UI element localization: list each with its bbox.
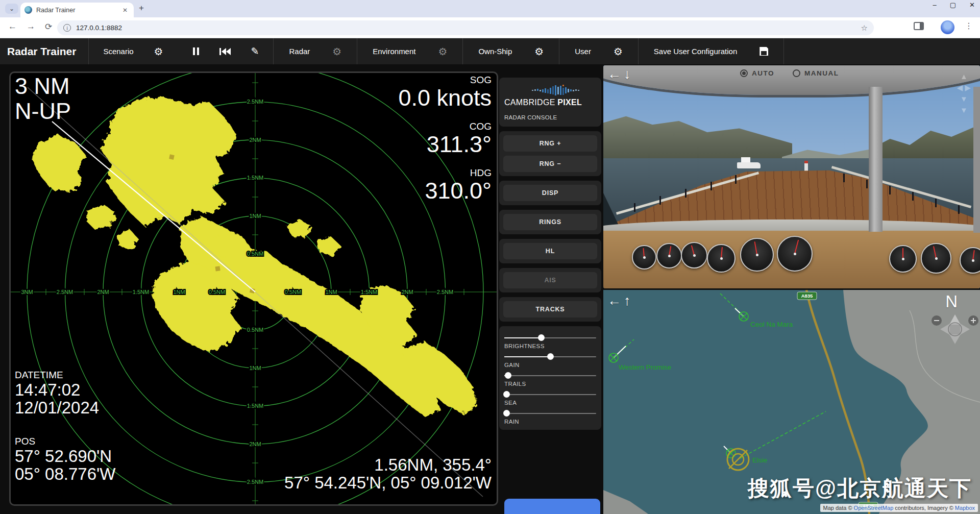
radar-settings-gear-icon[interactable]: ⚙ bbox=[332, 46, 341, 57]
user-menu-label: User bbox=[575, 47, 591, 56]
window-minimize-icon[interactable]: – bbox=[933, 1, 937, 9]
range-scale-readout: 3 NM N-UP bbox=[15, 74, 71, 124]
track-label: Elsie bbox=[752, 456, 767, 464]
brightness-slider[interactable] bbox=[504, 337, 596, 338]
trails-slider[interactable] bbox=[504, 375, 596, 376]
window-maximize-icon[interactable]: ▢ bbox=[950, 1, 956, 9]
svg-text:1NM: 1NM bbox=[325, 289, 337, 295]
reload-icon[interactable]: ⟳ bbox=[45, 21, 52, 32]
svg-text:1NM: 1NM bbox=[249, 365, 261, 371]
pause-button[interactable] bbox=[193, 47, 199, 55]
bookmark-star-icon[interactable]: ☆ bbox=[861, 23, 868, 33]
restart-button[interactable] bbox=[219, 48, 231, 55]
app-title: Radar Trainer bbox=[7, 45, 76, 58]
window-close-icon[interactable]: ✕ bbox=[969, 1, 975, 9]
partially-visible-button[interactable] bbox=[504, 499, 600, 514]
save-config-label[interactable]: Save User Configuration bbox=[654, 47, 737, 56]
cog-label: COG bbox=[398, 121, 492, 132]
forward-icon[interactable]: → bbox=[27, 21, 35, 32]
auto-mode-option[interactable]: AUTO bbox=[740, 69, 774, 77]
gauge bbox=[656, 243, 682, 268]
longitude-value: 05° 08.776'W bbox=[15, 465, 115, 483]
range-buttons-card: RNG + RNG − bbox=[499, 131, 601, 176]
rail-post bbox=[710, 182, 712, 190]
manual-mode-option[interactable]: MANUAL bbox=[793, 69, 839, 77]
sea-label: SEA bbox=[504, 400, 596, 406]
save-icon[interactable] bbox=[760, 47, 768, 56]
tab-favicon-icon bbox=[24, 6, 32, 14]
road-badge: A835 bbox=[797, 292, 817, 300]
date-value: 12/01/2024 bbox=[15, 399, 99, 417]
bridge-3d-view[interactable]: ← ↓ AUTO MANUAL ▲ ◀ ▶ ▼ ▼ bbox=[603, 65, 980, 288]
range-increase-button[interactable]: RNG + bbox=[503, 135, 597, 152]
ownship-settings-gear-icon[interactable]: ⚙ bbox=[534, 46, 544, 57]
camera-nav-controls[interactable]: ▲ ◀ ▶ ▼ ▼ bbox=[957, 72, 971, 114]
window-pillar bbox=[869, 87, 883, 232]
svg-text:A835: A835 bbox=[801, 293, 813, 299]
cam-up-icon[interactable]: ▲ bbox=[960, 72, 968, 80]
disp-card: DISP bbox=[499, 181, 601, 205]
cam-down2-icon[interactable]: ▼ bbox=[960, 106, 968, 114]
map-track-western-promise[interactable]: Western Promise bbox=[609, 339, 671, 371]
radar-ppi-display[interactable]: 3NM 2.5NM 2NM 1.5NM 1NM 0.5NM 0.5NM 1NM … bbox=[9, 71, 498, 506]
rail-post bbox=[735, 175, 737, 184]
gain-label: GAIN bbox=[504, 362, 596, 368]
rail-post bbox=[935, 199, 937, 207]
browser-tab[interactable]: Radar Trainer ✕ bbox=[20, 3, 134, 17]
ais-button[interactable]: AIS bbox=[503, 272, 597, 288]
position-block: POS 57° 52.690'N 05° 08.776'W bbox=[15, 436, 115, 483]
sea-slider[interactable] bbox=[504, 394, 596, 395]
view-pan-down-icon[interactable]: ↓ bbox=[624, 67, 631, 81]
console-subtitle: RADAR CONSOLE bbox=[504, 114, 596, 120]
heading-line-button[interactable]: HL bbox=[503, 243, 597, 259]
map-track-elsie-selected[interactable]: Elsie bbox=[724, 411, 826, 470]
hl-card: HL bbox=[499, 239, 601, 263]
profile-avatar[interactable] bbox=[941, 20, 954, 34]
map-track-ceol-na-mara[interactable]: Ceol Na Mara bbox=[720, 293, 793, 328]
map-pan-up-icon[interactable]: ↑ bbox=[624, 294, 631, 308]
range-decrease-button[interactable]: RNG − bbox=[503, 156, 597, 172]
tracks-button[interactable]: TRACKS bbox=[503, 301, 597, 317]
manual-radio-icon[interactable] bbox=[793, 69, 800, 77]
edit-scenario-icon[interactable]: ✎ bbox=[251, 45, 259, 57]
scenario-settings-gear-icon[interactable]: ⚙ bbox=[154, 46, 163, 57]
rain-label: RAIN bbox=[504, 419, 596, 425]
svg-text:2NM: 2NM bbox=[401, 289, 413, 295]
svg-text:1NM: 1NM bbox=[173, 289, 185, 295]
sog-value: 0.0 knots bbox=[398, 86, 492, 111]
datetime-block: DATETIME 14:47:02 12/01/2024 bbox=[15, 370, 99, 417]
back-icon[interactable]: ← bbox=[8, 21, 17, 32]
user-settings-gear-icon[interactable]: ⚙ bbox=[614, 46, 623, 57]
view-pan-left-icon[interactable]: ← bbox=[607, 67, 621, 81]
map-pan-left-icon[interactable]: ← bbox=[607, 294, 621, 308]
osm-link[interactable]: OpenStreetMap bbox=[854, 505, 894, 511]
cam-down-icon[interactable]: ▼ bbox=[960, 95, 968, 103]
auto-radio-icon[interactable] bbox=[740, 69, 748, 77]
svg-text:2NM: 2NM bbox=[249, 137, 261, 143]
side-panel-icon[interactable] bbox=[914, 22, 924, 30]
range-value: 3 NM bbox=[15, 74, 71, 99]
cursor-readout: 1.56NM, 355.4° 57° 54.245'N, 05° 09.012'… bbox=[284, 456, 492, 492]
svg-text:1.5NM: 1.5NM bbox=[133, 289, 149, 295]
mapbox-link[interactable]: Mapbox bbox=[955, 505, 975, 511]
site-info-icon[interactable]: i bbox=[63, 24, 71, 32]
camera-mode-switch: AUTO MANUAL bbox=[740, 69, 839, 77]
svg-text:1.5NM: 1.5NM bbox=[247, 175, 263, 181]
gain-slider[interactable] bbox=[504, 356, 596, 357]
address-bar[interactable]: i 127.0.0.1:8882 ☆ bbox=[57, 20, 874, 35]
tab-search-icon[interactable]: ⌄ bbox=[5, 4, 18, 14]
browser-menu-icon[interactable]: ⋮ bbox=[965, 21, 973, 31]
orientation-value: N-UP bbox=[15, 99, 71, 124]
environment-settings-gear-icon[interactable]: ⚙ bbox=[438, 46, 447, 57]
disp-button[interactable]: DISP bbox=[503, 185, 597, 201]
map-panel[interactable]: A835 A835 Ceol Na Mara bbox=[603, 290, 980, 514]
svg-text:2.5NM: 2.5NM bbox=[247, 99, 263, 105]
cam-left-right-icon[interactable]: ◀ ▶ bbox=[957, 84, 971, 91]
rain-slider[interactable] bbox=[504, 413, 596, 414]
watermark-text: 搜狐号@北京航通天下 bbox=[748, 474, 972, 503]
url-text[interactable]: 127.0.0.1:8882 bbox=[76, 24, 861, 32]
new-tab-button[interactable]: + bbox=[139, 3, 144, 13]
rings-card: RINGS bbox=[499, 210, 601, 234]
rings-button[interactable]: RINGS bbox=[503, 214, 597, 230]
tab-close-icon[interactable]: ✕ bbox=[120, 6, 130, 15]
